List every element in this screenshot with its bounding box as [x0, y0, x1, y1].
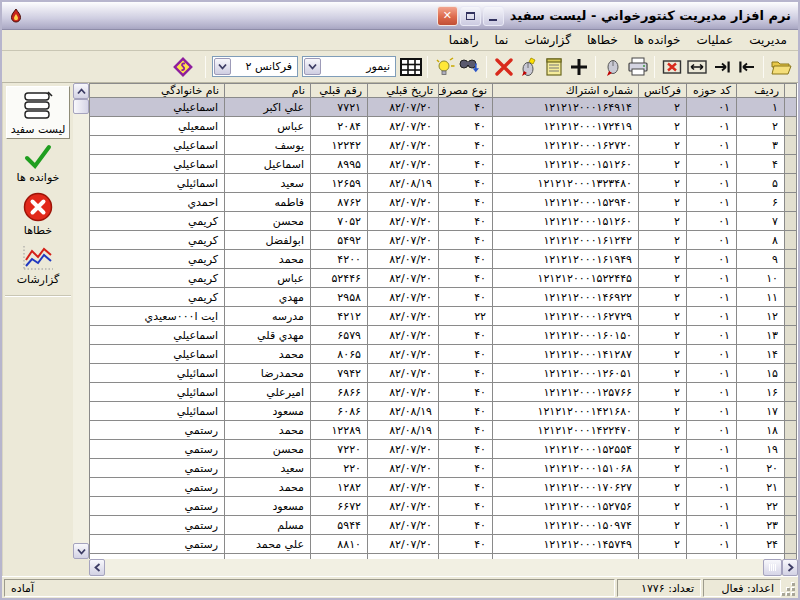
- cell-ferq[interactable]: ۲: [639, 174, 687, 193]
- column-header-tarikh[interactable]: تاريخ قبلي: [368, 84, 439, 98]
- table-row[interactable]: ۳۰۱۲۱۲۱۲۱۲۰۰۰۱۶۲۷۲۰۴۰۸۲/۰۷/۲۰۱۲۲۴۲يوسفاس…: [90, 136, 797, 155]
- horizontal-scrollbar-thumb[interactable]: [763, 559, 782, 576]
- open-folder-icon[interactable]: [768, 55, 793, 79]
- cell-tarikh[interactable]: ۸۲/۰۸/۱۹: [368, 421, 439, 440]
- cell-ferq[interactable]: ۲: [639, 193, 687, 212]
- cell-masraf[interactable]: ۴۰: [439, 136, 493, 155]
- cell-kod[interactable]: ۰۱: [687, 364, 737, 383]
- cell-ferq[interactable]: ۲: [639, 516, 687, 535]
- pointer-select-icon[interactable]: [600, 55, 625, 79]
- cell-masraf[interactable]: ۴۰: [439, 440, 493, 459]
- cell-nam[interactable]: مسعود: [225, 402, 311, 421]
- add-plus-icon[interactable]: [566, 55, 591, 79]
- cell-famil[interactable]: اسماعيلي: [90, 326, 225, 345]
- cell-kod[interactable]: ۰۱: [687, 459, 737, 478]
- cell-radif[interactable]: ۹: [737, 250, 785, 269]
- edit-reading-icon[interactable]: [516, 55, 541, 79]
- cell-famil[interactable]: رستمي: [90, 497, 225, 516]
- cell-tarikh[interactable]: ۸۲/۰۸/۱۹: [368, 402, 439, 421]
- cell-radif[interactable]: ۴: [737, 155, 785, 174]
- cell-ferq[interactable]: ۲: [639, 402, 687, 421]
- expand-arrows-icon[interactable]: [684, 55, 709, 79]
- cell-eshterak[interactable]: ۱۲۱۲۱۲۰۰۰۱۶۴۹۱۴: [493, 98, 639, 117]
- cell-famil[interactable]: رستمي: [90, 459, 225, 478]
- cell-radif[interactable]: ۲: [737, 117, 785, 136]
- cell-nam[interactable]: مهدي: [225, 288, 311, 307]
- table-row[interactable]: ۲۳۰۱۲۱۲۱۲۱۲۰۰۰۱۵۰۹۷۴۴۰۸۲/۰۷/۲۰۵۹۴۴مسلمرس…: [90, 516, 797, 535]
- cell-kod[interactable]: ۰۱: [687, 288, 737, 307]
- cell-radif[interactable]: ۱۳: [737, 326, 785, 345]
- resize-grip[interactable]: [783, 579, 796, 597]
- table-row[interactable]: ۱۳۰۱۲۱۲۱۲۱۲۰۰۰۱۶۰۱۵۰۴۰۸۲/۰۷/۲۰۶۵۷۹مهدي ق…: [90, 326, 797, 345]
- cell-tarikh[interactable]: ۸۲/۰۷/۲۰: [368, 307, 439, 326]
- cell-masraf[interactable]: ۴۰: [439, 174, 493, 193]
- sidebar-item-reports[interactable]: گزارشات: [6, 241, 70, 288]
- cell-nam[interactable]: اميرعلي: [225, 383, 311, 402]
- cell-nam[interactable]: سعيد: [225, 174, 311, 193]
- cell-kod[interactable]: ۰۱: [687, 212, 737, 231]
- cell-eshterak[interactable]: ۱۲۱۲۱۲۰۰۰۱۴۲۲۴۷۰: [493, 421, 639, 440]
- cell-ferq[interactable]: ۲: [639, 117, 687, 136]
- cell-raqam[interactable]: ۸۰۶۵: [311, 345, 368, 364]
- table-row[interactable]: ۷۰۱۲۱۲۱۲۱۲۰۰۰۱۵۱۲۶۰۴۰۸۲/۰۷/۲۰۷۰۵۲محسنكري…: [90, 212, 797, 231]
- menu-item-0[interactable]: مديريت: [741, 31, 795, 49]
- vertical-scrollbar[interactable]: [73, 83, 89, 559]
- cell-selector[interactable]: [785, 117, 797, 136]
- cell-kod[interactable]: ۰۱: [687, 250, 737, 269]
- table-row[interactable]: ۱۷۰۱۲۱۲۱۲۱۲۰۰۰۱۴۲۱۶۸۰۴۰۸۲/۰۸/۱۹۶۰۸۶مسعود…: [90, 402, 797, 421]
- table-row[interactable]: ۱۵۰۱۲۱۲۱۲۱۲۰۰۰۱۲۶۰۵۱۴۰۸۲/۰۷/۲۰۷۹۴۲محمدرض…: [90, 364, 797, 383]
- minimize-button[interactable]: [483, 6, 504, 26]
- cell-radif[interactable]: ۱۷: [737, 402, 785, 421]
- cell-nam[interactable]: محمد: [225, 478, 311, 497]
- cell-eshterak[interactable]: ۱۲۱۲۱۲۰۰۰۱۵۲۷۵۶: [493, 497, 639, 516]
- table-row[interactable]: ۹۰۱۲۱۲۱۲۱۲۰۰۰۱۶۱۹۴۹۴۰۸۲/۰۷/۲۰۴۲۰۰محمدكري…: [90, 250, 797, 269]
- cell-famil[interactable]: رستمي: [90, 516, 225, 535]
- cell-ferq[interactable]: ۲: [639, 478, 687, 497]
- cell-ferq[interactable]: ۲: [639, 440, 687, 459]
- cell-raqam[interactable]: ۸۸۱۰: [311, 535, 368, 554]
- scroll-left-button[interactable]: [89, 559, 105, 576]
- cell-eshterak[interactable]: ۱۲۱۲۱۲۰۰۰۱۵۱۰۶۸: [493, 459, 639, 478]
- cell-nam[interactable]: محمد: [225, 421, 311, 440]
- cell-masraf[interactable]: ۴۰: [439, 421, 493, 440]
- cell-famil[interactable]: كريمي: [90, 212, 225, 231]
- sidebar-item-whitelist[interactable]: ليست سفيد: [6, 86, 70, 139]
- cell-selector[interactable]: [785, 478, 797, 497]
- menu-item-6[interactable]: راهنما: [441, 31, 487, 49]
- cell-nam[interactable]: اسماعيل: [225, 155, 311, 174]
- cell-famil[interactable]: رستمي: [90, 421, 225, 440]
- cell-kod[interactable]: ۰۱: [687, 516, 737, 535]
- cell-raqam[interactable]: ۴۲۱۲: [311, 307, 368, 326]
- cell-ferq[interactable]: ۲: [639, 421, 687, 440]
- scroll-up-button[interactable]: [73, 83, 89, 99]
- cell-masraf[interactable]: ۴۰: [439, 193, 493, 212]
- cell-selector[interactable]: [785, 383, 797, 402]
- table-row[interactable]: ۱۴۰۱۲۱۲۱۲۱۲۰۰۰۱۴۱۲۸۷۴۰۸۲/۰۷/۲۰۸۰۶۵محمداس…: [90, 345, 797, 364]
- cell-ferq[interactable]: ۲: [639, 98, 687, 117]
- cell-eshterak[interactable]: ۱۲۱۲۱۲۰۰۰۱۶۲۷۲۹: [493, 307, 639, 326]
- cell-nam[interactable]: مهدي قلي: [225, 326, 311, 345]
- cell-eshterak[interactable]: ۱۲۱۲۱۲۰۰۰۱۶۰۱۵۰: [493, 326, 639, 345]
- cell-selector[interactable]: [785, 440, 797, 459]
- cell-kod[interactable]: ۰۱: [687, 478, 737, 497]
- cell-ferq[interactable]: ۲: [639, 288, 687, 307]
- cell-famil[interactable]: كريمي: [90, 231, 225, 250]
- table-row[interactable]: ۲۲۰۱۲۱۲۱۲۱۲۰۰۰۱۵۲۷۵۶۴۰۸۲/۰۷/۲۰۶۶۷۲مسعودر…: [90, 497, 797, 516]
- chevron-down-icon[interactable]: [304, 58, 321, 75]
- cell-masraf[interactable]: ۴۰: [439, 98, 493, 117]
- cell-eshterak[interactable]: ۱۲۱۲۱۲۰۰۰۱۴۵۷۴۹: [493, 535, 639, 554]
- cell-tarikh[interactable]: ۸۲/۰۷/۲۰: [368, 250, 439, 269]
- cell-nam[interactable]: فاطمه: [225, 193, 311, 212]
- cell-famil[interactable]: اسماعيلي: [90, 136, 225, 155]
- cell-nam[interactable]: محمدرضا: [225, 364, 311, 383]
- cell-kod[interactable]: ۰۱: [687, 440, 737, 459]
- cell-selector[interactable]: [785, 250, 797, 269]
- cell-eshterak[interactable]: ۱۲۱۲۱۲۰۰۰۱۵۰۹۷۴: [493, 516, 639, 535]
- cell-nam[interactable]: مسعود: [225, 497, 311, 516]
- tip-bulb-icon[interactable]: [432, 55, 457, 79]
- cell-ferq[interactable]: ۲: [639, 364, 687, 383]
- cell-selector[interactable]: [785, 535, 797, 554]
- cell-raqam[interactable]: ۶۰۸۶: [311, 402, 368, 421]
- cell-kod[interactable]: ۰۱: [687, 535, 737, 554]
- table-row[interactable]: ۱۸۰۱۲۱۲۱۲۱۲۰۰۰۱۴۲۲۴۷۰۴۰۸۲/۰۸/۱۹۱۲۲۸۹محمد…: [90, 421, 797, 440]
